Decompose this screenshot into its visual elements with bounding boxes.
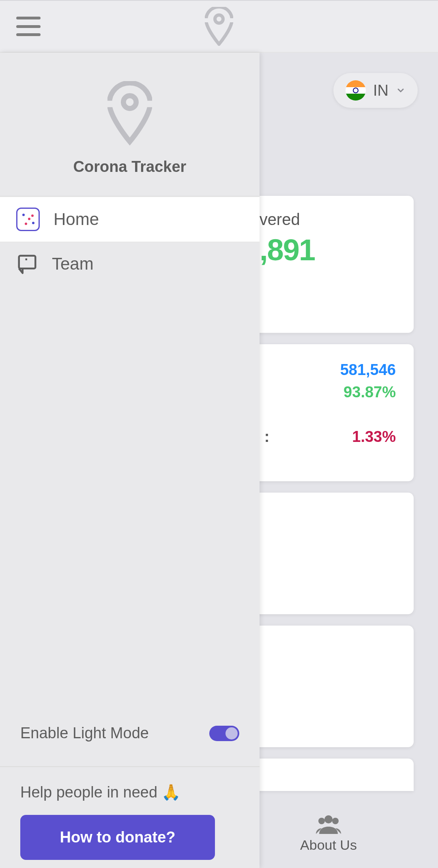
svg-rect-9 — [19, 256, 36, 269]
svg-point-4 — [318, 818, 325, 824]
group-icon — [316, 814, 341, 834]
app-logo-icon — [205, 7, 233, 46]
nav-label-home: Home — [54, 210, 99, 229]
svg-point-6 — [123, 96, 136, 108]
about-us-label: About Us — [300, 837, 357, 853]
country-code: IN — [373, 82, 389, 99]
recovery-value: 93.87% — [344, 384, 396, 401]
theme-toggle-label: Enable Light Mode — [20, 724, 149, 742]
svg-rect-1 — [205, 18, 210, 22]
theme-toggle-row: Enable Light Mode — [0, 712, 260, 767]
svg-point-5 — [332, 818, 339, 824]
nav-item-home[interactable]: Home — [0, 196, 260, 242]
nav-drawer: Corona Tracker Home Team Enable Light Mo… — [0, 53, 260, 868]
country-selector[interactable]: IN — [333, 73, 418, 108]
top-app-bar — [0, 0, 438, 53]
donate-section: Help people in need 🙏 How to donate? — [0, 767, 260, 868]
team-icon — [16, 253, 38, 275]
svg-point-3 — [324, 815, 333, 823]
pray-icon: 🙏 — [161, 783, 180, 801]
donate-help-text: Help people in need 🙏 — [20, 783, 239, 801]
app-logo-icon — [107, 81, 152, 146]
death-value: 1.33% — [352, 428, 396, 446]
menu-button[interactable] — [16, 17, 41, 36]
donate-button[interactable]: How to donate? — [20, 815, 215, 860]
chevron-down-icon — [396, 86, 406, 95]
svg-rect-10 — [26, 259, 28, 261]
theme-toggle[interactable] — [209, 726, 239, 741]
drawer-header: Corona Tracker — [0, 53, 260, 196]
svg-point-0 — [215, 15, 223, 23]
home-icon — [16, 208, 40, 231]
nav-label-team: Team — [52, 254, 94, 274]
nav-item-team[interactable]: Team — [0, 242, 260, 285]
active-value: 581,546 — [340, 361, 396, 379]
india-flag-icon — [346, 80, 366, 101]
svg-rect-8 — [144, 101, 152, 107]
svg-rect-2 — [228, 18, 233, 22]
svg-rect-7 — [107, 101, 115, 107]
drawer-nav-list: Home Team — [0, 196, 260, 285]
app-name: Corona Tracker — [73, 158, 187, 176]
